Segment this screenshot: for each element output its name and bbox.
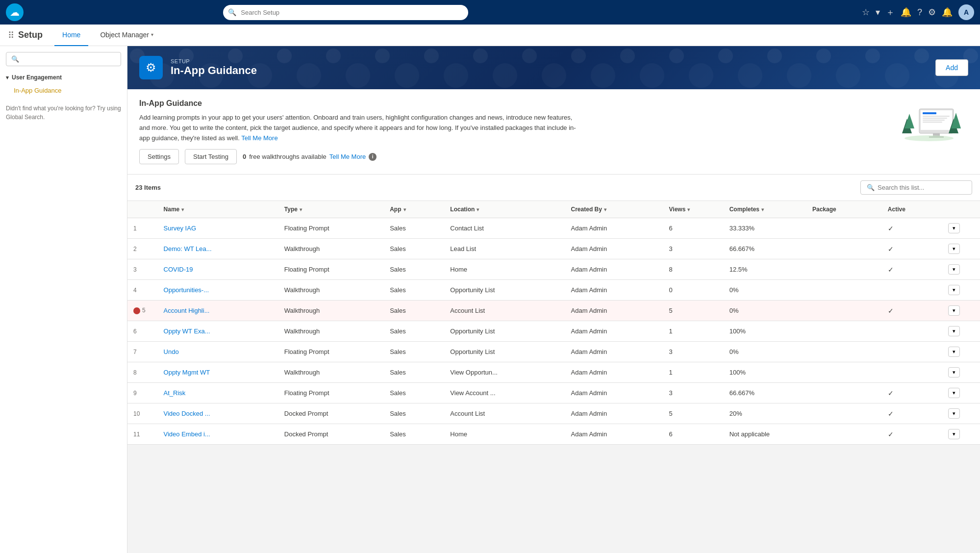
salesforce-logo[interactable]: ☁ xyxy=(6,3,24,21)
row-package xyxy=(806,342,882,362)
row-dropdown-button[interactable]: ▾ xyxy=(948,408,960,419)
notifications-icon[interactable]: 🔔 xyxy=(901,7,911,18)
add-icon[interactable]: ＋ xyxy=(886,6,895,18)
row-action[interactable]: ▾ xyxy=(942,301,980,321)
settings-gear-icon[interactable]: ⚙ xyxy=(928,7,936,18)
tab-home[interactable]: Home xyxy=(54,25,88,46)
tell-more-link-free[interactable]: Tell Me More xyxy=(329,153,366,160)
row-name[interactable]: At_Risk xyxy=(158,383,278,403)
col-header-views[interactable]: Views ▾ xyxy=(663,201,724,218)
row-name[interactable]: Account Highli... xyxy=(158,301,278,321)
row-dropdown-button[interactable]: ▾ xyxy=(948,326,960,336)
row-location: Opportunity List xyxy=(444,342,565,362)
row-dropdown-button[interactable]: ▾ xyxy=(948,429,960,439)
sidebar-search-input[interactable]: in-app xyxy=(22,55,116,63)
table-search-input[interactable] xyxy=(878,184,966,191)
row-views: 3 xyxy=(663,383,724,403)
settings-button[interactable]: Settings xyxy=(139,149,179,164)
row-action[interactable]: ▾ xyxy=(942,403,980,424)
row-type: Walkthrough xyxy=(278,280,384,301)
col-header-app[interactable]: App ▾ xyxy=(384,201,444,218)
row-dropdown-button[interactable]: ▾ xyxy=(948,244,960,254)
bell-icon[interactable]: 🔔 xyxy=(942,7,953,18)
row-name[interactable]: COVID-19 xyxy=(158,259,278,280)
row-dropdown-button[interactable]: ▾ xyxy=(948,305,960,316)
table-row: 8Oppty Mgmt WTWalkthroughSalesView Oppor… xyxy=(127,362,980,383)
table-search-icon: 🔍 xyxy=(867,184,875,191)
col-header-location[interactable]: Location ▾ xyxy=(444,201,565,218)
col-header-type[interactable]: Type ▾ xyxy=(278,201,384,218)
row-name[interactable]: Undo xyxy=(158,342,278,362)
row-dropdown-button[interactable]: ▾ xyxy=(948,347,960,357)
row-package xyxy=(806,321,882,342)
row-name[interactable]: Oppty WT Exa... xyxy=(158,321,278,342)
row-num: 5 xyxy=(127,301,158,321)
error-dot xyxy=(133,307,140,314)
col-header-completes[interactable]: Completes ▾ xyxy=(724,201,806,218)
global-search-input[interactable] xyxy=(223,5,468,20)
favorites-dropdown-icon[interactable]: ▾ xyxy=(876,7,880,18)
row-app: Sales xyxy=(384,239,444,259)
row-name[interactable]: Survey IAG xyxy=(158,218,278,239)
row-action[interactable]: ▾ xyxy=(942,218,980,239)
row-dropdown-button[interactable]: ▾ xyxy=(948,367,960,377)
row-action[interactable]: ▾ xyxy=(942,424,980,445)
svg-rect-8 xyxy=(923,122,942,123)
row-completes: 66.667% xyxy=(724,239,806,259)
setup-app-title: Setup xyxy=(18,30,43,40)
table-row: 9At_RiskFloating PromptSalesView Account… xyxy=(127,383,980,403)
description-section: In-App Guidance Add learning prompts in … xyxy=(127,89,980,175)
row-name[interactable]: Video Docked ... xyxy=(158,403,278,424)
row-package xyxy=(806,280,882,301)
row-active xyxy=(882,280,942,301)
tab-object-manager[interactable]: Object Manager ▾ xyxy=(92,25,161,46)
row-dropdown-button[interactable]: ▾ xyxy=(948,223,960,233)
sidebar: 🔍 in-app ▾ User Engagement In-App Guidan… xyxy=(0,46,127,553)
row-action[interactable]: ▾ xyxy=(942,342,980,362)
row-created-by: Adam Admin xyxy=(565,218,663,239)
favorites-icon[interactable]: ☆ xyxy=(862,7,870,18)
row-dropdown-button[interactable]: ▾ xyxy=(948,388,960,398)
sidebar-section-user-engagement[interactable]: ▾ User Engagement xyxy=(6,74,121,81)
row-type: Docked Prompt xyxy=(278,424,384,445)
row-action[interactable]: ▾ xyxy=(942,239,980,259)
row-views: 1 xyxy=(663,321,724,342)
row-name[interactable]: Demo: WT Lea... xyxy=(158,239,278,259)
col-header-name[interactable]: Name ▾ xyxy=(158,201,278,218)
col-header-created-by[interactable]: Created By ▾ xyxy=(565,201,663,218)
row-action[interactable]: ▾ xyxy=(942,383,980,403)
row-action[interactable]: ▾ xyxy=(942,280,980,301)
help-icon[interactable]: ? xyxy=(917,7,922,18)
add-button[interactable]: Add xyxy=(935,59,968,76)
start-testing-button[interactable]: Start Testing xyxy=(185,149,237,164)
row-package xyxy=(806,239,882,259)
row-type: Floating Prompt xyxy=(278,218,384,239)
table-row: 5Account Highli...WalkthroughSalesAccoun… xyxy=(127,301,980,321)
row-package xyxy=(806,218,882,239)
sort-icon-views: ▾ xyxy=(687,207,690,212)
row-name[interactable]: Oppty Mgmt WT xyxy=(158,362,278,383)
row-active: ✓ xyxy=(882,239,942,259)
chevron-down-icon: ▾ xyxy=(6,75,9,81)
action-row: Settings Start Testing 0 free walkthroug… xyxy=(139,149,580,164)
row-location: View Opportun... xyxy=(444,362,565,383)
avatar[interactable]: A xyxy=(958,4,974,20)
tell-more-link-description[interactable]: Tell Me More xyxy=(241,134,277,142)
row-dropdown-button[interactable]: ▾ xyxy=(948,264,960,275)
sidebar-item-in-app-guidance[interactable]: In-App Guidance xyxy=(6,85,121,96)
info-icon[interactable]: i xyxy=(369,153,377,161)
table-row: 4Opportunities-...WalkthroughSalesOpport… xyxy=(127,280,980,301)
row-location: Lead List xyxy=(444,239,565,259)
row-completes: 66.667% xyxy=(724,383,806,403)
row-name[interactable]: Video Embed i... xyxy=(158,424,278,445)
row-dropdown-button[interactable]: ▾ xyxy=(948,285,960,295)
top-navigation: ☁ 🔍 ☆ ▾ ＋ 🔔 ? ⚙ 🔔 A xyxy=(0,0,980,25)
app-grid-icon[interactable]: ⠿ xyxy=(8,30,14,41)
row-app: Sales xyxy=(384,218,444,239)
row-name[interactable]: Opportunities-... xyxy=(158,280,278,301)
row-app: Sales xyxy=(384,280,444,301)
row-action[interactable]: ▾ xyxy=(942,259,980,280)
row-num: 9 xyxy=(127,383,158,403)
row-action[interactable]: ▾ xyxy=(942,362,980,383)
row-action[interactable]: ▾ xyxy=(942,321,980,342)
